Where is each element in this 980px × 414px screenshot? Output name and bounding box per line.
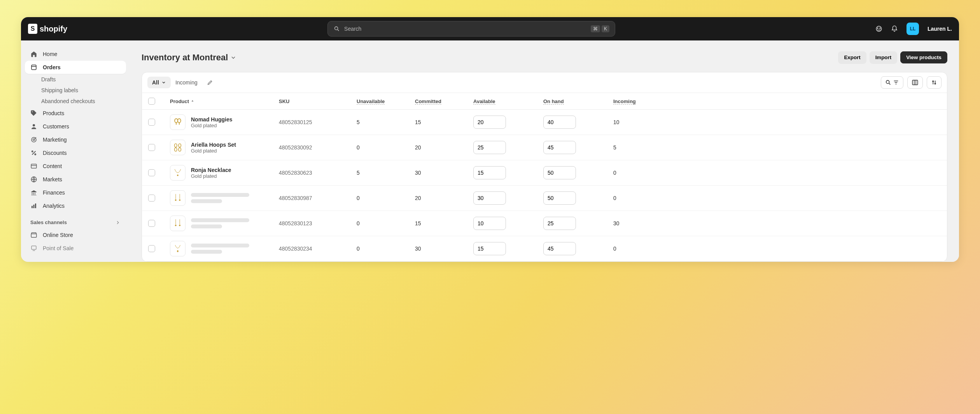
incoming-cell: 0 [613,195,664,201]
chevron-right-icon [115,220,121,225]
sidebar-item-customers[interactable]: Customers [25,120,126,133]
main-content: Inventory at Montreal Export Import View… [130,40,959,262]
row-checkbox[interactable] [148,169,155,176]
available-input[interactable] [473,141,506,154]
sidebar-item-orders[interactable]: Orders [25,61,126,74]
tab-all[interactable]: All [147,77,171,88]
sidebar-item-products[interactable]: Products [25,107,126,120]
columns-button[interactable] [907,76,923,89]
import-button[interactable]: Import [870,51,897,63]
bell-icon[interactable] [891,25,898,32]
percent-icon [30,149,37,156]
select-all-checkbox[interactable] [148,98,155,105]
available-input[interactable] [473,217,506,230]
row-checkbox[interactable] [148,195,155,202]
table-row: Ariella Hoops SetGold plated 48052830092… [142,135,947,160]
available-input[interactable] [473,191,506,205]
sku-cell: 48052830987 [279,195,357,201]
sales-channels-header[interactable]: Sales channels [25,212,126,228]
sidebar-item-online-store[interactable]: Online Store [25,228,126,242]
target-icon [30,136,37,143]
sidebar-item-drafts[interactable]: Drafts [25,74,126,85]
user-name[interactable]: Lauren L. [928,26,952,32]
unavailable-cell: 0 [357,195,415,201]
svg-point-20 [175,119,178,123]
col-product[interactable]: Product [170,98,279,104]
product-thumb[interactable] [170,114,186,130]
onhand-input[interactable] [543,166,576,179]
svg-rect-14 [33,205,35,208]
sidebar-item-abandoned-checkouts[interactable]: Abandoned checkouts [25,96,126,107]
onhand-input[interactable] [543,191,576,205]
search-input[interactable]: Search ⌘K [327,21,615,37]
avatar[interactable]: LL [906,23,919,35]
sku-cell: 48052830092 [279,144,357,151]
row-checkbox[interactable] [148,245,155,252]
product-name[interactable]: Ariella Hoops Set [191,142,236,148]
col-incoming[interactable]: Incoming [613,98,636,105]
svg-point-24 [175,148,177,151]
col-available[interactable]: Available [473,98,495,105]
page-title[interactable]: Inventory at Montreal [142,53,236,63]
product-variant: Gold plated [191,123,233,128]
onhand-input[interactable] [543,116,576,129]
sidebar-item-shipping-labels[interactable]: Shipping labels [25,85,126,96]
search-filter-button[interactable] [881,76,903,89]
sidebar-item-analytics[interactable]: Analytics [25,199,126,212]
pos-icon [30,245,37,252]
table-header: Product SKU Unavailable Committed Availa… [142,93,947,110]
product-thumb[interactable] [170,140,186,155]
export-button[interactable]: Export [838,51,866,63]
search-placeholder: Search [344,26,361,32]
available-input[interactable] [473,116,506,129]
svg-point-1 [876,26,882,32]
view-products-button[interactable]: View products [900,51,947,63]
col-onhand[interactable]: On hand [543,98,564,105]
svg-point-2 [877,28,878,29]
svg-point-5 [32,111,33,112]
orders-icon [30,64,37,71]
search-kbd: ⌘K [591,25,609,32]
sidebar-item-home[interactable]: Home [25,47,126,61]
chevron-down-icon [161,80,166,85]
onhand-input[interactable] [543,217,576,230]
product-thumb[interactable] [170,216,186,231]
sidebar-item-content[interactable]: Content [25,160,126,173]
row-checkbox[interactable] [148,144,155,151]
svg-point-9 [32,151,33,152]
product-name[interactable]: Ronja Necklace [191,167,231,173]
topbar: shopify Search ⌘K LL Lauren L. [21,17,959,40]
sidebar-item-finances[interactable]: Finances [25,186,126,199]
filter-icon [893,79,899,86]
onhand-input[interactable] [543,141,576,154]
available-input[interactable] [473,242,506,255]
col-sku[interactable]: SKU [279,98,357,104]
content-icon [30,163,37,170]
edit-tabs-button[interactable] [202,77,218,88]
tab-incoming[interactable]: Incoming [171,77,202,88]
col-unavailable[interactable]: Unavailable [357,98,385,105]
sidebar-item-pos[interactable]: Point of Sale [25,242,126,255]
available-input[interactable] [473,166,506,179]
sidebar-item-discounts[interactable]: Discounts [25,146,126,160]
sidebar-item-marketing[interactable]: Marketing [25,133,126,146]
face-icon[interactable] [875,25,882,32]
product-name[interactable]: Nomad Huggies [191,116,233,123]
sort-button[interactable] [927,76,942,89]
product-thumb[interactable] [170,190,186,206]
svg-point-27 [175,199,177,201]
shopify-bag-icon [28,24,37,34]
sku-cell: 48052830623 [279,170,357,176]
svg-point-30 [179,225,180,226]
sidebar-item-markets[interactable]: Markets [25,173,126,186]
onhand-input[interactable] [543,242,576,255]
row-checkbox[interactable] [148,220,155,227]
row-checkbox[interactable] [148,119,155,126]
brand-logo[interactable]: shopify [28,24,67,34]
col-committed[interactable]: Committed [415,98,441,105]
svg-point-10 [35,154,36,155]
svg-point-23 [178,144,181,147]
product-thumb[interactable] [170,165,186,181]
bank-icon [30,189,37,196]
product-thumb[interactable] [170,241,186,256]
